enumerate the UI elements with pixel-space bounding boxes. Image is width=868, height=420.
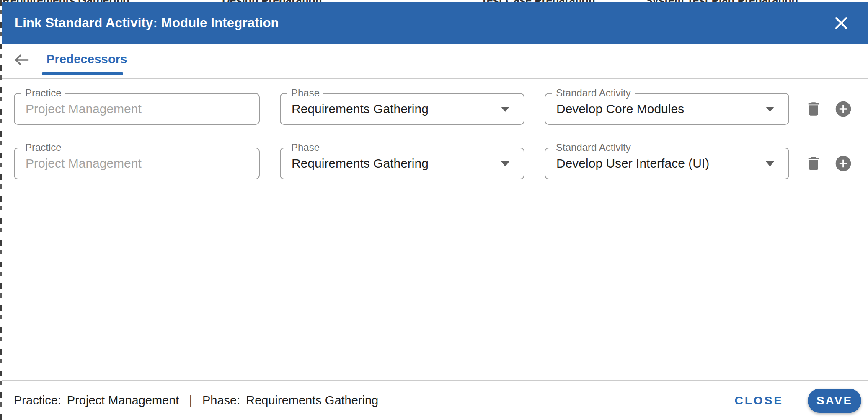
- delete-row-button[interactable]: [805, 100, 822, 118]
- phase-select[interactable]: Phase Requirements Gathering: [280, 93, 524, 125]
- dialog-footer: Practice: Project Management | Phase: Re…: [2, 381, 868, 420]
- close-dialog-button[interactable]: [833, 16, 849, 31]
- standard-activity-select-label: Standard Activity: [552, 142, 635, 153]
- predecessor-row: Practice Project Management Phase Requir…: [2, 148, 868, 179]
- phase-select-value: Requirements Gathering: [292, 102, 429, 116]
- link-standard-activity-dialog: Link Standard Activity: Module Integrati…: [2, 2, 868, 420]
- context-separator: |: [189, 394, 192, 407]
- practice-field-placeholder: Project Management: [26, 156, 142, 171]
- context-phase-label: Phase:: [202, 394, 240, 407]
- trash-icon: [805, 167, 822, 174]
- add-row-button[interactable]: [834, 100, 852, 118]
- standard-activity-select-value: Develop Core Modules: [556, 102, 684, 116]
- standard-activity-select[interactable]: Standard Activity Develop Core Modules: [545, 93, 789, 125]
- phase-select-label: Phase: [287, 88, 323, 99]
- phase-select[interactable]: Phase Requirements Gathering: [280, 148, 524, 179]
- predecessor-row: Practice Project Management Phase Requir…: [2, 93, 868, 125]
- tab-label: Predecessors: [46, 52, 127, 66]
- save-button[interactable]: SAVE: [808, 389, 861, 413]
- caret-down-icon: [501, 161, 509, 166]
- x-icon: [834, 16, 849, 32]
- caret-down-icon: [501, 107, 509, 112]
- dialog-title: Link Standard Activity: Module Integrati…: [15, 16, 279, 31]
- context-practice-label: Practice:: [14, 394, 61, 407]
- practice-field[interactable]: Practice Project Management: [14, 93, 260, 125]
- practice-field[interactable]: Practice Project Management: [14, 148, 260, 179]
- close-button[interactable]: CLOSE: [732, 390, 786, 412]
- context-phase-value: Requirements Gathering: [246, 394, 378, 407]
- add-row-button[interactable]: [834, 154, 852, 173]
- trash-icon: [805, 113, 822, 119]
- tab-bar: Predecessors: [2, 44, 868, 79]
- plus-circle-icon: [834, 113, 852, 119]
- standard-activity-select-value: Develop User Interface (UI): [556, 156, 709, 171]
- caret-down-icon: [766, 161, 774, 166]
- phase-select-label: Phase: [287, 142, 323, 153]
- arrow-left-icon: [12, 51, 31, 70]
- practice-field-label: Practice: [21, 88, 65, 99]
- context-summary: Practice: Project Management | Phase: Re…: [14, 394, 378, 407]
- delete-row-button[interactable]: [805, 155, 822, 172]
- predecessors-form: Practice Project Management Phase Requir…: [2, 79, 868, 380]
- phase-select-value: Requirements Gathering: [292, 156, 429, 171]
- caret-down-icon: [766, 107, 774, 112]
- tab-predecessors[interactable]: Predecessors: [44, 47, 130, 72]
- standard-activity-select-label: Standard Activity: [552, 88, 635, 99]
- practice-field-placeholder: Project Management: [26, 102, 142, 116]
- back-button[interactable]: [12, 51, 31, 70]
- practice-field-label: Practice: [21, 142, 65, 153]
- standard-activity-select[interactable]: Standard Activity Develop User Interface…: [545, 148, 789, 179]
- context-practice-value: Project Management: [67, 394, 179, 407]
- plus-circle-icon: [834, 168, 852, 174]
- active-tab-underline: [42, 72, 123, 75]
- dialog-header: Link Standard Activity: Module Integrati…: [2, 2, 868, 44]
- screen: Requirements Gathering Design Preparatio…: [0, 0, 868, 420]
